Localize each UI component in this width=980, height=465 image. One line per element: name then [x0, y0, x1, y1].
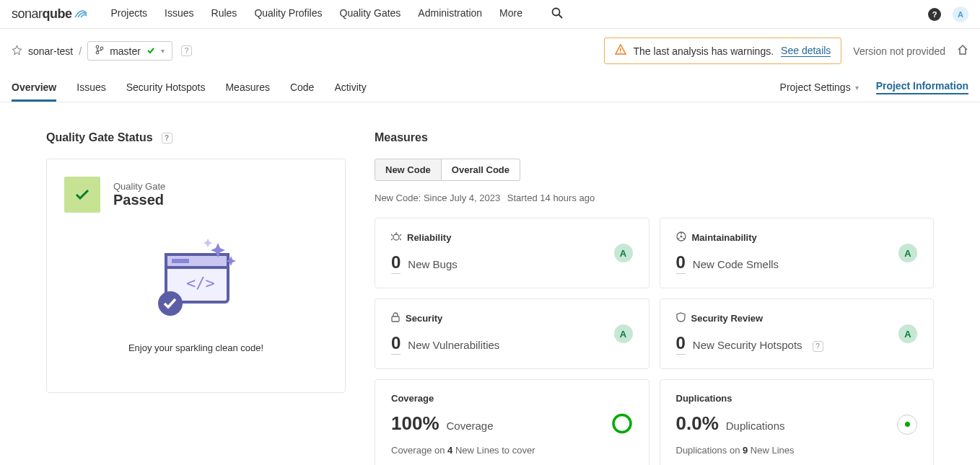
svg-point-24 — [613, 415, 631, 432]
branch-icon — [95, 45, 104, 57]
security-review-value[interactable]: 0 — [676, 333, 686, 355]
reliability-value[interactable]: 0 — [391, 252, 401, 274]
nav-quality-profiles[interactable]: Quality Profiles — [254, 7, 322, 22]
warning-triangle-icon — [615, 44, 626, 58]
duplications-sub: Duplications on 9 New Lines — [676, 445, 918, 456]
shield-icon — [676, 312, 686, 324]
maintainability-rating[interactable]: A — [898, 244, 917, 262]
project-tabs: Overview Issues Security Hotspots Measur… — [0, 73, 980, 102]
home-icon[interactable] — [957, 44, 968, 58]
project-header: sonar-test / master ▾ ? The last analysi… — [0, 29, 980, 73]
maintainability-label: New Code Smells — [693, 258, 779, 270]
nav-issues[interactable]: Issues — [165, 7, 193, 22]
quality-gate-title: Quality Gate Status ? — [46, 131, 346, 144]
reliability-label: New Bugs — [408, 258, 457, 270]
help-icon[interactable]: ? — [928, 8, 941, 21]
nav-quality-gates[interactable]: Quality Gates — [340, 7, 401, 22]
project-name[interactable]: sonar-test — [28, 45, 73, 57]
analysis-warning-box: The last analysis has warnings. See deta… — [604, 37, 842, 64]
svg-point-2 — [96, 45, 99, 48]
toggle-overall-code[interactable]: Overall Code — [442, 159, 520, 180]
tab-measures[interactable]: Measures — [225, 73, 269, 102]
coverage-sub: Coverage on 4 New Lines to cover — [391, 445, 633, 456]
measures-title: Measures — [375, 131, 934, 144]
nav-projects[interactable]: Projects — [111, 7, 148, 22]
security-review-card: Security Review 0 New Security Hotspots … — [660, 298, 935, 369]
quality-gate-status: Passed — [113, 192, 165, 208]
qg-help-icon[interactable]: ? — [162, 133, 172, 143]
branch-name: master — [110, 45, 141, 57]
logo-waves-icon — [74, 6, 88, 22]
svg-point-0 — [552, 8, 559, 15]
branch-help-icon[interactable]: ? — [181, 45, 192, 56]
security-review-title: Security Review — [691, 313, 764, 324]
breadcrumb-separator: / — [79, 45, 82, 57]
svg-line-21 — [678, 238, 680, 239]
user-avatar[interactable]: A — [953, 6, 968, 22]
search-icon[interactable] — [551, 7, 563, 22]
coverage-donut-icon — [611, 412, 633, 436]
svg-line-15 — [400, 234, 401, 236]
security-rating[interactable]: A — [614, 324, 633, 343]
svg-line-16 — [391, 239, 393, 240]
see-details-link[interactable]: See details — [781, 45, 831, 57]
favorite-star-icon[interactable] — [12, 45, 22, 58]
reliability-rating[interactable]: A — [614, 244, 633, 262]
nav-more[interactable]: More — [499, 7, 522, 22]
clean-code-message: Enjoy your sparkling clean code! — [64, 342, 328, 353]
bug-icon — [391, 231, 401, 244]
maintainability-card: Maintainability 0 New Code Smells A — [660, 218, 935, 288]
project-settings-dropdown[interactable]: Project Settings ▾ — [780, 81, 859, 93]
duplications-value[interactable]: 0.0% — [676, 412, 719, 435]
branch-selector[interactable]: master ▾ — [87, 41, 172, 61]
svg-line-1 — [559, 14, 562, 18]
security-value[interactable]: 0 — [391, 333, 401, 355]
nav-rules[interactable]: Rules — [211, 7, 237, 22]
svg-text:</>: </> — [186, 274, 215, 292]
code-scope-toggle: New Code Overall Code — [375, 159, 520, 181]
lock-icon — [391, 312, 400, 324]
svg-line-17 — [400, 239, 401, 240]
nav-administration[interactable]: Administration — [418, 7, 482, 22]
coverage-label: Coverage — [447, 420, 494, 432]
svg-line-14 — [391, 234, 393, 236]
chevron-down-icon: ▾ — [855, 84, 859, 92]
reliability-card: Reliability 0 New Bugs A — [375, 218, 649, 288]
svg-line-22 — [683, 238, 685, 239]
reliability-title: Reliability — [407, 232, 451, 243]
coverage-value[interactable]: 100% — [391, 412, 439, 435]
svg-point-4 — [100, 47, 103, 50]
nav-right: ? A — [928, 6, 968, 22]
tab-activity[interactable]: Activity — [334, 73, 366, 102]
tab-issues[interactable]: Issues — [76, 73, 105, 102]
duplications-donut-icon — [897, 415, 917, 435]
branch-status-icon — [146, 45, 155, 57]
tab-code[interactable]: Code — [290, 73, 314, 102]
quality-gate-passed-icon — [64, 177, 100, 213]
svg-rect-23 — [392, 316, 399, 322]
svg-point-19 — [680, 236, 682, 238]
maintainability-value[interactable]: 0 — [676, 252, 686, 274]
svg-point-12 — [393, 234, 399, 240]
quality-gate-card: Quality Gate Passed </> Enjoy your spa — [46, 159, 346, 393]
tab-overview[interactable]: Overview — [12, 73, 56, 102]
duplications-card: Duplications 0.0% Duplications Duplicati… — [660, 379, 935, 465]
project-information-link[interactable]: Project Information — [876, 80, 968, 94]
security-label: New Vulnerabilities — [408, 339, 499, 351]
security-review-help-icon[interactable]: ? — [813, 341, 823, 352]
svg-rect-9 — [172, 259, 189, 263]
duplications-label: Duplications — [726, 420, 785, 432]
logo[interactable]: sonarqube — [12, 6, 88, 22]
coverage-title: Coverage — [391, 393, 434, 404]
code-smell-icon — [676, 231, 686, 244]
nav-items: Projects Issues Rules Quality Profiles Q… — [111, 7, 928, 22]
clean-code-illustration: </> — [64, 234, 328, 321]
security-title: Security — [406, 313, 442, 324]
security-review-rating[interactable]: A — [898, 324, 917, 343]
quality-gate-label: Quality Gate — [113, 181, 165, 192]
version-text: Version not provided — [853, 45, 945, 57]
coverage-card: Coverage 100% Coverage Coverage on 4 New… — [375, 379, 649, 465]
tab-security-hotspots[interactable]: Security Hotspots — [126, 73, 206, 102]
chevron-down-icon: ▾ — [161, 47, 165, 55]
toggle-new-code[interactable]: New Code — [375, 159, 442, 180]
